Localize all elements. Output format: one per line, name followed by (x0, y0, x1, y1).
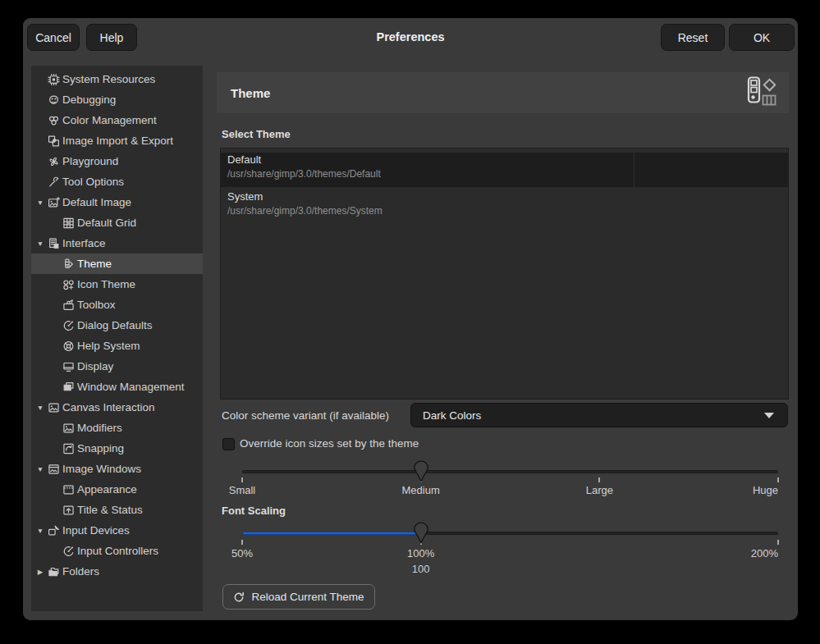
sidebar-item-color-management[interactable]: Color Management (31, 110, 203, 130)
help-system-icon (62, 340, 75, 352)
sidebar-item-dialog-defaults[interactable]: Dialog Defaults (31, 315, 203, 336)
expander-down-icon[interactable]: ▼ (35, 526, 45, 536)
sidebar-item-label: Color Management (62, 114, 157, 126)
sidebar-item-label: Debugging (62, 94, 116, 106)
modifiers-icon (62, 422, 75, 434)
sidebar-item-label: Input Controllers (77, 545, 158, 557)
font-scaling-slider-tick (777, 540, 779, 545)
input-devices-icon (48, 524, 60, 537)
sidebar-item-label: Display (77, 360, 113, 372)
sidebar-item-default-image[interactable]: ▼Default Image (31, 192, 203, 212)
expander-down-icon[interactable]: ▼ (35, 198, 45, 208)
font-scaling-slider-tick (241, 540, 243, 545)
sidebar-item-toolbox[interactable]: Toolbox (31, 295, 203, 315)
theme-icon (62, 258, 75, 270)
icon-theme-icon (62, 278, 75, 290)
icon-size-slider-handle[interactable] (412, 460, 430, 482)
theme-name: Default (227, 153, 788, 167)
sidebar-item-image-windows[interactable]: ▼Image Windows (31, 459, 203, 479)
sidebar-item-display[interactable]: Display (31, 356, 203, 377)
cancel-button[interactable]: Cancel (27, 24, 80, 51)
icon-size-slider-tick (598, 477, 600, 482)
sidebar-item-label: Playground (62, 155, 118, 167)
sidebar-item-label: Icon Theme (77, 278, 135, 290)
theme-row-default[interactable]: Default/usr/share/gimp/3.0/themes/Defaul… (221, 153, 788, 187)
sidebar-item-interface[interactable]: ▼Interface (31, 233, 203, 253)
icon-size-slider-label-huge: Huge (753, 484, 778, 496)
sidebar-item-appearance[interactable]: Appearance (31, 479, 203, 500)
sidebar-item-label: Default Grid (77, 217, 136, 229)
sidebar-item-icon-theme[interactable]: Icon Theme (31, 274, 203, 295)
canvas-interaction-icon (48, 401, 60, 413)
icon-size-slider-tick (241, 477, 243, 482)
sidebar-item-label: Tool Options (62, 176, 124, 188)
sidebar-item-image-import-export[interactable]: Image Import & Export (31, 130, 203, 151)
sidebar-item-label: Image Windows (62, 463, 141, 475)
sidebar: System ResourcesDebuggingColor Managemen… (31, 66, 203, 611)
sidebar-item-theme[interactable]: Theme (31, 253, 203, 274)
icon-size-slider-label-large: Large (586, 484, 613, 496)
sidebar-item-window-management[interactable]: Window Management (31, 377, 203, 397)
sidebar-item-label: Image Import & Export (62, 135, 173, 147)
expander-down-icon[interactable]: ▼ (35, 464, 45, 474)
sidebar-item-label: Help System (77, 340, 140, 352)
override-icon-sizes-checkbox[interactable] (222, 438, 235, 450)
font-scaling-slider-label-200: 200% (751, 547, 778, 560)
page-title: Theme (231, 86, 270, 100)
ok-button[interactable]: OK (729, 24, 795, 51)
dialog-defaults-icon (62, 319, 75, 331)
font-scaling-slider-label-50: 50% (231, 547, 253, 560)
theme-row-system[interactable]: System/usr/share/gimp/3.0/themes/System (221, 190, 788, 224)
icon-size-slider-tick (777, 477, 779, 482)
sidebar-item-playground[interactable]: Playground (31, 151, 203, 171)
font-scaling-slider-handle[interactable] (412, 522, 430, 544)
theme-path: /usr/share/gimp/3.0/themes/System (227, 204, 788, 218)
font-scaling-label: Font Scaling (222, 505, 286, 517)
sidebar-item-tool-options[interactable]: Tool Options (31, 171, 203, 192)
sidebar-item-canvas-interaction[interactable]: ▼Canvas Interaction (31, 397, 203, 418)
window-management-icon (62, 381, 75, 393)
image-windows-icon (48, 463, 60, 475)
sidebar-item-default-grid[interactable]: Default Grid (31, 212, 203, 233)
import-export-icon (48, 135, 60, 147)
sidebar-item-input-controllers[interactable]: Input Controllers (31, 541, 203, 561)
sidebar-item-input-devices[interactable]: ▼Input Devices (31, 520, 203, 541)
sidebar-item-label: Snapping (77, 442, 124, 454)
font-scaling-slider-fill (242, 532, 423, 535)
expander-down-icon[interactable]: ▼ (35, 403, 45, 413)
help-button[interactable]: Help (86, 24, 137, 51)
chevron-down-icon (764, 413, 774, 418)
font-scaling-slider-label-100: 100% (407, 547, 434, 560)
reload-current-theme-button[interactable]: Reload Current Theme (222, 584, 375, 610)
sidebar-item-label: System Resources (62, 73, 155, 85)
sidebar-item-title-status[interactable]: Title & Status (31, 500, 203, 520)
sidebar-item-debugging[interactable]: Debugging (31, 89, 203, 110)
sidebar-item-help-system[interactable]: Help System (31, 336, 203, 356)
refresh-icon (233, 591, 245, 603)
color-scheme-value: Dark Colors (423, 409, 481, 422)
sidebar-item-label: Theme (77, 258, 112, 270)
icon-size-slider-label-small: Small (229, 484, 256, 496)
theme-swatches-icon (743, 75, 779, 111)
reset-button[interactable]: Reset (661, 24, 725, 51)
reload-button-label: Reload Current Theme (251, 591, 364, 603)
sidebar-item-system-resources[interactable]: System Resources (31, 69, 203, 89)
default-image-icon (48, 196, 60, 208)
theme-name: System (227, 190, 788, 204)
icon-size-slider-track[interactable] (242, 470, 778, 473)
title-status-icon (62, 504, 75, 516)
toolbox-icon (62, 299, 75, 311)
sidebar-item-modifiers[interactable]: Modifiers (31, 418, 203, 438)
expander-right-icon[interactable]: ▶ (35, 567, 45, 577)
icon-size-slider: SmallMediumLargeHuge (217, 458, 789, 510)
color-scheme-dropdown[interactable]: Dark Colors (410, 403, 788, 427)
theme-path: /usr/share/gimp/3.0/themes/Default (227, 167, 788, 181)
sidebar-item-folders[interactable]: ▶Folders (31, 561, 203, 582)
theme-list[interactable]: Default/usr/share/gimp/3.0/themes/Defaul… (220, 148, 789, 400)
sidebar-item-snapping[interactable]: Snapping (31, 438, 203, 459)
sidebar-item-label: Interface (62, 237, 106, 249)
system-resources-icon (48, 73, 60, 85)
expander-down-icon[interactable]: ▼ (35, 239, 45, 249)
sidebar-item-label: Toolbox (77, 299, 116, 311)
sidebar-item-label: Appearance (77, 483, 137, 496)
